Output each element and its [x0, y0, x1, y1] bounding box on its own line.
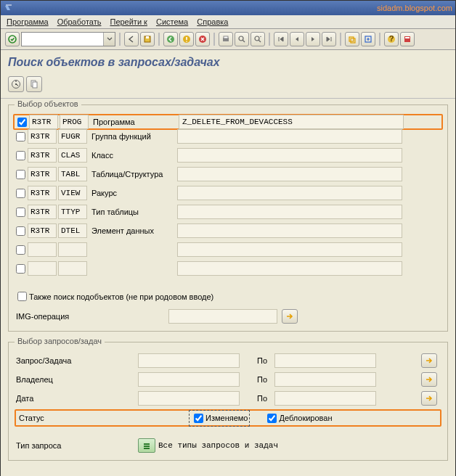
object-type-2[interactable]: PROG	[60, 115, 89, 129]
object-row: R3TRCLASКласс	[15, 147, 441, 163]
object-type-1[interactable]	[28, 242, 57, 257]
object-row-checkbox[interactable]	[16, 245, 25, 255]
object-row-checkbox[interactable]	[16, 132, 25, 141]
nav-back-button[interactable]	[163, 32, 178, 46]
date-multi-button[interactable]	[421, 391, 437, 406]
object-type-2[interactable]: TABL	[58, 167, 87, 181]
menu-help[interactable]: Справка	[197, 17, 228, 26]
object-type-2[interactable]	[58, 261, 87, 276]
object-row-input[interactable]	[177, 186, 402, 200]
object-row-label: Тип таблицы	[89, 208, 177, 216]
separator	[379, 33, 380, 46]
object-row-checkbox[interactable]	[16, 208, 25, 217]
find-button[interactable]	[235, 32, 249, 46]
object-row-input[interactable]	[177, 148, 402, 163]
svg-point-10	[255, 36, 259, 41]
object-type-2[interactable]	[58, 242, 87, 257]
object-type-1[interactable]: R3TR	[28, 205, 57, 219]
menu-goto[interactable]: Перейти к	[110, 17, 147, 26]
layout-button[interactable]	[400, 32, 415, 46]
subobjects-row: Также поиск подобъектов (не при родовом …	[15, 290, 441, 303]
img-operation-input[interactable]	[168, 309, 277, 324]
menu-system[interactable]: Система	[156, 17, 188, 26]
next-page-button[interactable]	[306, 32, 320, 46]
date-from-input[interactable]	[138, 391, 240, 406]
object-row-checkbox[interactable]	[17, 118, 27, 127]
object-type-2[interactable]: TTYP	[58, 205, 87, 219]
first-page-button[interactable]	[274, 32, 288, 46]
date-to-input[interactable]	[274, 391, 376, 406]
object-row-input[interactable]	[177, 223, 402, 238]
enter-button[interactable]	[5, 32, 20, 46]
date-to-label: По	[257, 394, 274, 403]
help-button[interactable]: ?	[384, 32, 399, 46]
nav-exit-button[interactable]	[179, 32, 194, 46]
object-type-1[interactable]: R3TR	[29, 115, 58, 129]
request-multi-button[interactable]	[421, 353, 437, 368]
svg-rect-12	[351, 38, 355, 43]
object-type-1[interactable]: R3TR	[28, 129, 57, 144]
object-row-checkbox[interactable]	[16, 264, 25, 274]
img-operation-multi-button[interactable]	[282, 309, 298, 324]
object-row-checkbox[interactable]	[16, 151, 25, 160]
object-row-checkbox[interactable]	[16, 189, 25, 198]
request-to-input[interactable]	[274, 353, 376, 368]
object-row-checkbox[interactable]	[16, 170, 25, 179]
object-row-label: Класс	[89, 151, 177, 160]
object-row-label: Группа функций	[89, 132, 177, 141]
object-row-input[interactable]	[177, 129, 402, 144]
separator	[213, 33, 215, 46]
object-type-2[interactable]: VIEW	[58, 186, 87, 200]
nav-cancel-button[interactable]	[195, 32, 210, 46]
status-modifiable-checkbox[interactable]	[194, 414, 203, 423]
object-type-2[interactable]: FUGR	[58, 129, 87, 144]
requests-group-label: Выбор запросов/задач	[15, 337, 105, 345]
object-type-2[interactable]: DTEL	[58, 223, 87, 238]
owner-multi-button[interactable]	[421, 372, 437, 387]
titlebar: sidadm.blogspot.com	[1, 1, 455, 15]
object-row-checkbox[interactable]	[16, 226, 25, 236]
back-button[interactable]	[124, 32, 139, 46]
print-button[interactable]	[219, 32, 233, 46]
command-dropdown-icon[interactable]	[103, 33, 115, 46]
object-type-1[interactable]: R3TR	[28, 148, 57, 163]
type-select-button[interactable]	[138, 438, 155, 453]
separator	[340, 33, 341, 46]
execute-button[interactable]	[8, 76, 24, 92]
object-type-1[interactable]: R3TR	[28, 223, 57, 238]
svg-rect-24	[144, 448, 150, 449]
object-row-input[interactable]	[179, 115, 404, 129]
object-type-1[interactable]: R3TR	[28, 167, 57, 181]
object-row: R3TRFUGRГруппа функций	[15, 128, 441, 144]
prev-page-button[interactable]	[290, 32, 304, 46]
shortcut-button[interactable]	[361, 32, 375, 46]
object-row-input[interactable]	[177, 261, 402, 276]
object-type-2[interactable]: CLAS	[58, 148, 87, 163]
subobjects-checkbox[interactable]	[17, 292, 27, 301]
command-field[interactable]	[21, 32, 115, 46]
save-button[interactable]	[140, 32, 155, 46]
find-next-button[interactable]	[251, 32, 265, 46]
object-row: R3TRTTYPТип таблицы	[15, 204, 441, 220]
object-type-1[interactable]: R3TR	[28, 186, 57, 200]
request-from-input[interactable]	[138, 353, 240, 368]
objects-groupbox: Выбор объектов R3TRPROGПрограммаR3TRFUGR…	[8, 104, 448, 332]
object-row: R3TRPROGПрограмма	[13, 114, 443, 130]
menu-process[interactable]: Обработать	[57, 17, 102, 26]
object-row-input[interactable]	[177, 167, 402, 181]
object-row-input[interactable]	[177, 205, 402, 219]
get-variant-button[interactable]	[26, 76, 42, 92]
object-row: R3TRVIEWРакурс	[15, 185, 441, 201]
svg-rect-2	[146, 36, 149, 38]
content-area: Выбор объектов R3TRPROGПрограммаR3TRFUGR…	[1, 99, 455, 476]
object-type-1[interactable]	[28, 261, 57, 276]
owner-from-input[interactable]	[138, 372, 240, 387]
last-page-button[interactable]	[322, 32, 336, 46]
new-session-button[interactable]	[345, 32, 359, 46]
menu-program[interactable]: Программа	[7, 17, 49, 26]
type-row: Тип запроса Все типы запросов и задач	[15, 438, 441, 453]
object-row-input[interactable]	[177, 242, 402, 257]
menubar: Программа Обработать Перейти к Система С…	[1, 15, 455, 29]
status-unblocked-checkbox[interactable]	[267, 414, 277, 423]
owner-to-input[interactable]	[274, 372, 376, 387]
